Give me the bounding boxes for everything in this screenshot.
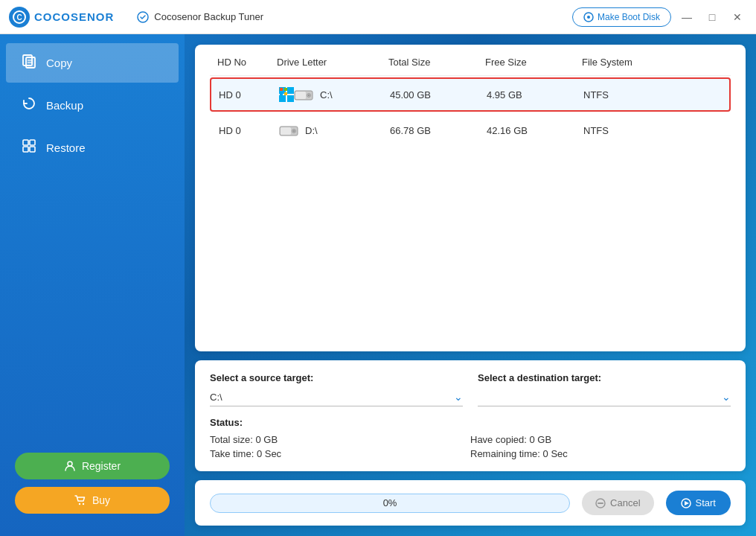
backup-icon [21, 96, 37, 115]
row1-file-system: NTFS [583, 89, 722, 100]
svg-marker-35 [685, 501, 689, 505]
svg-rect-11 [23, 147, 28, 152]
copy-settings-panel: Select a source target: C:\ ⌄ Select a d… [195, 360, 746, 471]
progress-track: 0% [210, 494, 570, 513]
register-icon [64, 460, 76, 472]
have-copied-item: Have copied: 0 GB [470, 434, 731, 445]
row1-total-size: 45.00 GB [390, 89, 487, 100]
table-row[interactable]: HD 0 [210, 77, 731, 112]
row2-free-size: 42.16 GB [487, 125, 583, 136]
remaining-time-item: Remaining time: 0 Sec [470, 448, 731, 459]
content-area: HD No Drive Letter Total Size Free Size … [185, 34, 756, 536]
maximize-button[interactable]: □ [702, 7, 722, 27]
source-value: C:\ [210, 392, 222, 403]
app-name: Cocosenor Backup Tuner [154, 11, 263, 22]
col-drive-letter: Drive Letter [277, 57, 388, 68]
svg-rect-12 [30, 147, 35, 152]
source-target-section: Select a source target: C:\ ⌄ [210, 372, 463, 406]
brand-name: COCOSENOR [34, 10, 114, 23]
row2-hd-no: HD 0 [219, 125, 278, 136]
total-size-item: Total size: 0 GB [210, 434, 470, 445]
progress-panel: 0% Cancel Start [195, 480, 746, 526]
row1-hd-no: HD 0 [219, 89, 278, 100]
row2-drive-letter: D:\ [305, 125, 318, 136]
col-total-size: Total Size [388, 57, 485, 68]
status-title: Status: [210, 417, 731, 428]
dest-label: Select a destination target: [478, 372, 731, 383]
logo-icon: C [9, 7, 30, 28]
drive-table-panel: HD No Drive Letter Total Size Free Size … [195, 45, 746, 351]
disk-icon [583, 12, 594, 22]
status-section: Status: Total size: 0 GB Have copied: 0 … [210, 417, 731, 459]
row2-file-system: NTFS [583, 125, 722, 136]
take-time-item: Take time: 0 Sec [210, 448, 470, 459]
source-dest-row: Select a source target: C:\ ⌄ Select a d… [210, 372, 731, 406]
svg-rect-20 [280, 88, 283, 91]
svg-rect-23 [284, 92, 287, 95]
dest-dropdown[interactable]: ⌄ [478, 388, 731, 406]
sidebar-item-copy[interactable]: Copy [6, 43, 179, 83]
svg-point-27 [308, 95, 310, 96]
svg-rect-29 [281, 127, 291, 135]
status-grid: Total size: 0 GB Have copied: 0 GB Take … [210, 434, 731, 459]
backup-tuner-icon [136, 10, 150, 24]
svg-point-15 [83, 503, 84, 505]
svg-rect-21 [284, 88, 287, 91]
windows-logo-icon [278, 86, 295, 103]
main-layout: Copy Backup Restore [0, 34, 756, 536]
table-row[interactable]: HD 0 D:\ 66.78 GB 42.16 GB NTFS [210, 113, 731, 147]
svg-rect-10 [30, 140, 35, 145]
progress-text: 0% [383, 497, 397, 508]
cancel-button[interactable]: Cancel [582, 491, 653, 515]
source-label: Select a source target: [210, 372, 463, 383]
col-file-system: File System [582, 57, 723, 68]
row2-total-size: 66.78 GB [390, 125, 487, 136]
dest-target-section: Select a destination target: ⌄ [478, 372, 731, 406]
hdd-icon-2 [278, 122, 299, 138]
close-button[interactable]: ✕ [728, 7, 747, 27]
sidebar-spacer [0, 169, 185, 445]
sidebar-backup-label: Backup [46, 99, 83, 112]
copy-icon [21, 54, 37, 72]
dest-chevron-icon: ⌄ [722, 391, 731, 403]
col-hd-no: HD No [217, 57, 277, 68]
svg-rect-18 [279, 95, 286, 102]
svg-point-4 [587, 16, 590, 19]
cart-icon [74, 494, 86, 506]
start-button[interactable]: Start [666, 491, 731, 515]
svg-rect-25 [295, 92, 306, 99]
svg-point-31 [293, 130, 295, 132]
sidebar-restore-label: Restore [46, 141, 86, 154]
restore-icon [21, 138, 37, 157]
make-boot-disk-button[interactable]: Make Boot Disk [572, 7, 671, 27]
table-header: HD No Drive Letter Total Size Free Size … [210, 57, 731, 76]
app-title-area: Cocosenor Backup Tuner [136, 10, 572, 24]
col-free-size: Free Size [485, 57, 582, 68]
svg-point-14 [79, 503, 80, 505]
source-dropdown[interactable]: C:\ ⌄ [210, 388, 463, 406]
sidebar-bottom: Register Buy [0, 445, 185, 529]
row1-free-size: 4.95 GB [487, 89, 583, 100]
sidebar-item-backup[interactable]: Backup [6, 86, 179, 125]
app-logo: C COCOSENOR [9, 7, 114, 28]
svg-point-13 [68, 462, 72, 466]
sidebar-item-restore[interactable]: Restore [6, 128, 179, 168]
titlebar: C COCOSENOR Cocosenor Backup Tuner Make … [0, 0, 756, 34]
source-chevron-icon: ⌄ [454, 391, 463, 403]
row2-drive-letter-cell: D:\ [278, 122, 390, 138]
titlebar-controls: Make Boot Disk — □ ✕ [572, 7, 747, 27]
svg-rect-22 [280, 92, 283, 95]
cancel-icon [595, 498, 606, 508]
svg-rect-9 [23, 140, 28, 145]
sidebar: Copy Backup Restore [0, 34, 185, 536]
minimize-button[interactable]: — [677, 7, 696, 27]
sidebar-copy-label: Copy [46, 57, 72, 69]
register-button[interactable]: Register [15, 453, 170, 479]
hdd-icon [293, 86, 314, 103]
svg-text:C: C [16, 13, 22, 22]
row1-drive-letter-cell: C:\ [278, 86, 390, 103]
row1-drive-letter: C:\ [320, 89, 333, 100]
start-icon [681, 498, 691, 508]
buy-button[interactable]: Buy [15, 487, 170, 514]
